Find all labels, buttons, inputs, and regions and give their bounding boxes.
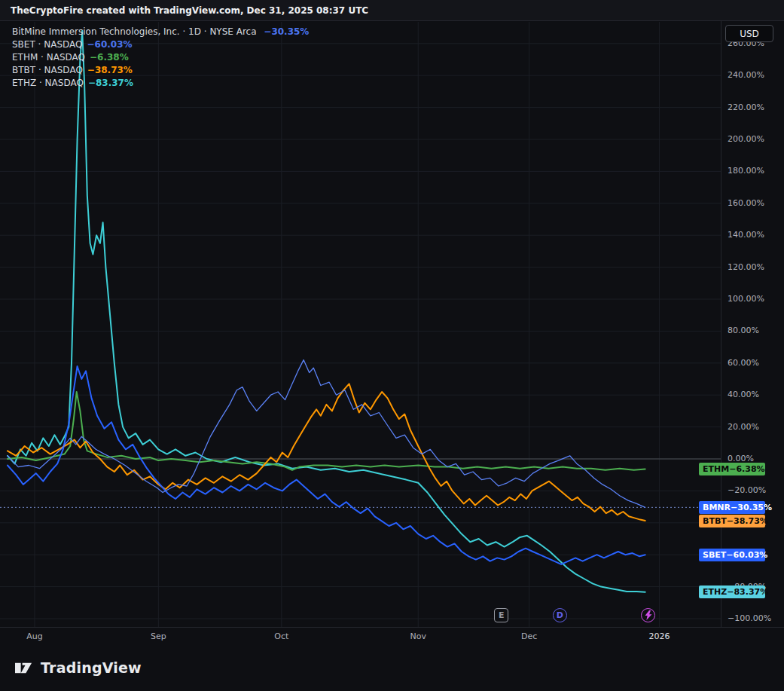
compare-symbol: BTBT · NASDAQ bbox=[12, 65, 83, 75]
x-axis-label: 2026 bbox=[649, 631, 670, 641]
y-axis-label: 180.00% bbox=[728, 166, 764, 176]
y-axis-label: 220.00% bbox=[728, 102, 764, 112]
badge-value: −6.38% bbox=[729, 464, 764, 474]
legend-item-ETHM[interactable]: ETHM · NASDAQ−6.38% bbox=[12, 51, 309, 64]
legend-item-BTBT[interactable]: BTBT · NASDAQ−38.73% bbox=[12, 64, 309, 77]
y-axis-label: 60.00% bbox=[728, 358, 759, 368]
series-line-BTBT[interactable] bbox=[8, 384, 645, 521]
currency-button[interactable]: USD bbox=[725, 25, 773, 42]
compare-change: −60.03% bbox=[87, 39, 132, 50]
y-axis-label: 240.00% bbox=[728, 70, 764, 80]
badge-ticker: ETHM bbox=[703, 464, 729, 474]
x-axis-label: Oct bbox=[274, 631, 288, 641]
main-symbol-change: −30.35% bbox=[264, 26, 309, 37]
series-line-ETHM[interactable] bbox=[8, 392, 645, 470]
price-axis[interactable]: USD 260.00%240.00%220.00%200.00%180.00%1… bbox=[721, 21, 784, 627]
compare-symbol: SBET · NASDAQ bbox=[12, 39, 82, 50]
earnings-icon[interactable]: E bbox=[494, 608, 508, 622]
badge-value: −83.37% bbox=[727, 587, 768, 597]
y-axis-label: −100.00% bbox=[728, 613, 771, 623]
price-badge-BTBT[interactable]: BTBT−38.73% bbox=[699, 515, 765, 527]
y-axis-label: 140.00% bbox=[728, 230, 764, 240]
compare-change: −38.73% bbox=[87, 65, 133, 75]
y-axis-label: 80.00% bbox=[728, 326, 759, 335]
x-axis-label: Aug bbox=[26, 631, 42, 641]
compare-change: −83.37% bbox=[88, 78, 133, 88]
badge-ticker: BTBT bbox=[703, 516, 727, 526]
footer-bar: TradingView bbox=[0, 644, 784, 691]
compare-symbol: ETHM · NASDAQ bbox=[12, 52, 85, 63]
tradingview-wordmark[interactable]: TradingView bbox=[41, 659, 142, 676]
y-axis-label: −20.00% bbox=[728, 485, 766, 495]
legend-compare-list: SBET · NASDAQ−60.03%ETHM · NASDAQ−6.38%B… bbox=[12, 38, 309, 90]
x-axis-label: Nov bbox=[410, 631, 426, 641]
y-axis-label: 120.00% bbox=[728, 262, 764, 272]
splits-icon[interactable] bbox=[641, 608, 655, 622]
badge-value: −38.73% bbox=[727, 516, 768, 526]
legend-item-main[interactable]: BitMine Immersion Technologies, Inc. · 1… bbox=[12, 26, 309, 38]
attribution-bar: TheCryptoFire created with TradingView.c… bbox=[0, 0, 784, 21]
price-badge-ETHM[interactable]: ETHM−6.38% bbox=[699, 463, 765, 475]
main-symbol-title: BitMine Immersion Technologies, Inc. · 1… bbox=[12, 26, 257, 37]
time-axis[interactable]: AugSepOctNovDec2026 bbox=[0, 627, 784, 645]
x-axis-label: Sep bbox=[151, 631, 166, 641]
x-axis-label: Dec bbox=[521, 631, 537, 641]
price-badge-BMNR[interactable]: BMNR−30.35% bbox=[699, 501, 765, 514]
legend-item-SBET[interactable]: SBET · NASDAQ−60.03% bbox=[12, 38, 309, 51]
badge-ticker: ETHZ bbox=[703, 587, 727, 597]
price-badge-ETHZ[interactable]: ETHZ−83.37% bbox=[699, 586, 765, 598]
badge-ticker: BMNR bbox=[703, 503, 731, 512]
tradingview-chart-app: TheCryptoFire created with TradingView.c… bbox=[0, 0, 784, 691]
compare-symbol: ETHZ · NASDAQ bbox=[12, 78, 84, 88]
legend-item-ETHZ[interactable]: ETHZ · NASDAQ−83.37% bbox=[12, 77, 309, 90]
dividends-icon[interactable]: D bbox=[553, 608, 567, 622]
compare-change: −6.38% bbox=[90, 52, 129, 63]
attribution-text: TheCryptoFire created with TradingView.c… bbox=[11, 5, 368, 16]
y-axis-label: 40.00% bbox=[728, 390, 759, 399]
badge-ticker: SBET bbox=[703, 550, 726, 560]
y-axis-label: 100.00% bbox=[728, 294, 764, 304]
series-line-BMNR[interactable] bbox=[8, 360, 645, 508]
badge-value: −30.35% bbox=[731, 503, 772, 512]
y-axis-label: 20.00% bbox=[728, 422, 759, 432]
series-line-ETHZ[interactable] bbox=[8, 31, 645, 592]
price-chart-canvas[interactable] bbox=[0, 0, 784, 691]
price-badge-SBET[interactable]: SBET−60.03% bbox=[699, 549, 765, 561]
legend: BitMine Immersion Technologies, Inc. · 1… bbox=[12, 26, 309, 90]
y-axis-label: 200.00% bbox=[728, 134, 764, 144]
tradingview-logo[interactable] bbox=[14, 659, 34, 677]
badge-value: −60.03% bbox=[726, 550, 767, 560]
y-axis-label: 160.00% bbox=[728, 198, 764, 208]
